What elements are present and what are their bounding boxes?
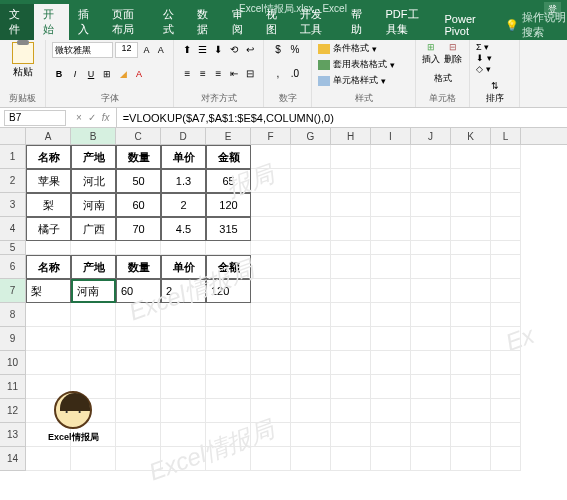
cell[interactable] xyxy=(206,447,251,471)
col-header[interactable]: J xyxy=(411,128,451,144)
cell[interactable] xyxy=(71,327,116,351)
cell[interactable] xyxy=(451,423,491,447)
col-header[interactable]: D xyxy=(161,128,206,144)
cell[interactable] xyxy=(291,351,331,375)
cell[interactable] xyxy=(331,279,371,303)
cell[interactable] xyxy=(411,327,451,351)
cell[interactable] xyxy=(411,169,451,193)
conditional-format-button[interactable]: 条件格式▾ xyxy=(318,42,409,55)
cell[interactable] xyxy=(411,423,451,447)
cell[interactable]: 河南 xyxy=(71,193,116,217)
cell[interactable] xyxy=(291,327,331,351)
tab-data[interactable]: 数据 xyxy=(188,4,222,40)
cell[interactable] xyxy=(206,241,251,255)
cell[interactable]: 50 xyxy=(116,169,161,193)
cell[interactable]: 金额 xyxy=(206,255,251,279)
align-center-icon[interactable]: ≡ xyxy=(196,66,211,80)
cell[interactable] xyxy=(451,303,491,327)
cell[interactable] xyxy=(451,447,491,471)
cell[interactable] xyxy=(291,423,331,447)
cell[interactable]: 70 xyxy=(116,217,161,241)
col-header[interactable]: B xyxy=(71,128,116,144)
cell[interactable] xyxy=(491,423,521,447)
cell[interactable]: 1.3 xyxy=(161,169,206,193)
cell[interactable] xyxy=(411,399,451,423)
cell[interactable] xyxy=(371,255,411,279)
cell[interactable] xyxy=(251,303,291,327)
cell[interactable] xyxy=(291,241,331,255)
cell[interactable] xyxy=(331,303,371,327)
autosum-icon[interactable]: Σ ▾ xyxy=(476,42,513,52)
cell[interactable] xyxy=(371,303,411,327)
row-header[interactable]: 4 xyxy=(0,217,26,241)
cell[interactable] xyxy=(251,241,291,255)
cell[interactable] xyxy=(491,241,521,255)
wrap-text-icon[interactable]: ↩ xyxy=(242,42,257,56)
cell[interactable] xyxy=(251,217,291,241)
font-name-select[interactable]: 微软雅黑 xyxy=(52,42,113,58)
cell[interactable]: 2 xyxy=(161,193,206,217)
format-cells-button[interactable]: 格式 xyxy=(422,72,463,85)
cell[interactable] xyxy=(451,193,491,217)
cell[interactable] xyxy=(206,327,251,351)
cell[interactable]: 315 xyxy=(206,217,251,241)
cell[interactable] xyxy=(161,327,206,351)
col-header[interactable]: I xyxy=(371,128,411,144)
bold-button[interactable]: B xyxy=(52,67,66,81)
cell[interactable] xyxy=(371,351,411,375)
tab-formulas[interactable]: 公式 xyxy=(154,4,188,40)
cell[interactable] xyxy=(206,303,251,327)
cell[interactable] xyxy=(451,255,491,279)
cell[interactable]: 单价 xyxy=(161,145,206,169)
cell[interactable] xyxy=(451,351,491,375)
clear-icon[interactable]: ◇ ▾ xyxy=(476,64,513,74)
cell[interactable] xyxy=(491,303,521,327)
table-format-button[interactable]: 套用表格格式▾ xyxy=(318,58,409,71)
cell[interactable] xyxy=(331,447,371,471)
cell[interactable] xyxy=(206,351,251,375)
align-left-icon[interactable]: ≡ xyxy=(180,66,195,80)
cell[interactable]: 河北 xyxy=(71,169,116,193)
cell[interactable]: 产地 xyxy=(71,255,116,279)
cell[interactable] xyxy=(451,241,491,255)
cell[interactable]: 65 xyxy=(206,169,251,193)
cell[interactable] xyxy=(291,169,331,193)
tab-review[interactable]: 审阅 xyxy=(223,4,257,40)
cell[interactable] xyxy=(116,351,161,375)
cell[interactable] xyxy=(491,351,521,375)
cell[interactable] xyxy=(411,279,451,303)
cell[interactable] xyxy=(71,303,116,327)
cell[interactable] xyxy=(116,327,161,351)
row-header[interactable]: 9 xyxy=(0,327,26,351)
cells-area[interactable]: 报局 Excel情报局 Excel情报局 Ex 名称 产地 数量 单价 金额 苹… xyxy=(26,145,521,471)
cell[interactable] xyxy=(251,351,291,375)
cell[interactable] xyxy=(331,375,371,399)
cell[interactable] xyxy=(371,279,411,303)
cell[interactable] xyxy=(451,327,491,351)
cell[interactable] xyxy=(161,351,206,375)
cell[interactable] xyxy=(371,145,411,169)
cell[interactable]: 60 xyxy=(116,193,161,217)
cell[interactable]: 梨 xyxy=(26,279,71,303)
cell[interactable] xyxy=(451,217,491,241)
row-header[interactable]: 6 xyxy=(0,255,26,279)
col-header[interactable]: F xyxy=(251,128,291,144)
align-right-icon[interactable]: ≡ xyxy=(211,66,226,80)
tab-file[interactable]: 文件 xyxy=(0,4,34,40)
shrink-font-icon[interactable]: A xyxy=(155,43,167,57)
cell[interactable] xyxy=(491,255,521,279)
cell[interactable] xyxy=(26,327,71,351)
cell[interactable]: 60 xyxy=(116,279,161,303)
cell[interactable] xyxy=(291,375,331,399)
cell[interactable] xyxy=(251,145,291,169)
cell[interactable] xyxy=(206,399,251,423)
tab-home[interactable]: 开始 xyxy=(34,4,68,40)
row-header[interactable]: 13 xyxy=(0,423,26,447)
cell[interactable] xyxy=(411,145,451,169)
sort-filter-button[interactable]: ⇅排序 xyxy=(476,81,513,105)
align-bottom-icon[interactable]: ⬇ xyxy=(211,42,226,56)
cell[interactable] xyxy=(411,217,451,241)
cell[interactable]: 名称 xyxy=(26,255,71,279)
underline-button[interactable]: U xyxy=(84,67,98,81)
cell[interactable] xyxy=(331,193,371,217)
